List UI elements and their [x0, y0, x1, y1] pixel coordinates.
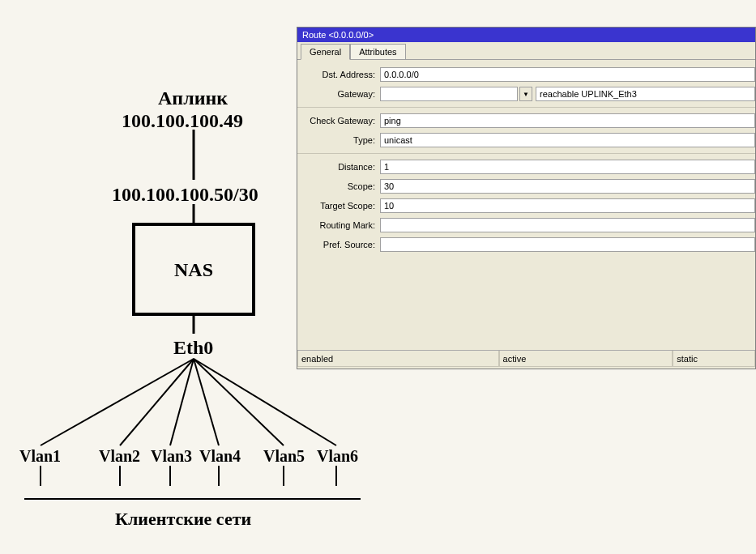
status-enabled: enabled: [297, 351, 499, 367]
vlan-label: Vlan5: [263, 447, 305, 466]
status-static: static: [673, 351, 755, 367]
nas-label: NAS: [174, 259, 213, 281]
distance-label: Distance:: [297, 162, 380, 172]
dialog-title: Route <0.0.0.0/0>: [297, 28, 755, 42]
vlan-label: Vlan6: [317, 447, 358, 466]
pref-source-input[interactable]: [380, 237, 755, 252]
distance-input[interactable]: 1: [380, 160, 755, 174]
scope-input[interactable]: 30: [380, 179, 755, 194]
type-input[interactable]: unicast: [380, 133, 755, 147]
gateway-status: reachable UPLINK_Eth3: [536, 87, 755, 101]
svg-line-5: [170, 359, 194, 445]
nas-interface: Eth0: [173, 337, 213, 359]
vlan-label: Vlan4: [199, 447, 241, 466]
nas-ip: 100.100.100.50/30: [112, 184, 258, 206]
gateway-input[interactable]: [380, 87, 518, 101]
routing-mark-input[interactable]: [380, 218, 755, 232]
vlan-label: Vlan2: [99, 447, 140, 466]
target-scope-label: Target Scope:: [297, 201, 380, 211]
tab-attributes[interactable]: Attributes: [350, 44, 405, 59]
svg-line-7: [194, 359, 284, 445]
status-active: active: [499, 351, 673, 367]
status-bar: enabled active static: [297, 350, 755, 369]
tab-bar: General Attributes: [297, 42, 755, 59]
svg-line-4: [120, 359, 194, 445]
tab-general[interactable]: General: [301, 44, 350, 60]
chevron-down-icon: ▼: [523, 91, 529, 98]
gateway-dropdown-button[interactable]: ▼: [519, 87, 532, 101]
vlan-label: Vlan1: [19, 447, 61, 466]
scope-label: Scope:: [297, 181, 380, 191]
dst-address-input[interactable]: 0.0.0.0/0: [380, 67, 755, 82]
svg-line-8: [194, 359, 336, 445]
dst-address-label: Dst. Address:: [297, 70, 380, 79]
clients-label: Клиентские сети: [115, 509, 251, 530]
routing-mark-label: Routing Mark:: [297, 220, 380, 230]
vlan-label: Vlan3: [151, 447, 192, 466]
gateway-label: Gateway:: [297, 89, 380, 99]
type-label: Type:: [297, 135, 380, 145]
target-scope-input[interactable]: 10: [380, 198, 755, 213]
uplink-ip: 100.100.100.49: [122, 110, 243, 132]
check-gateway-label: Check Gateway:: [297, 116, 380, 126]
svg-line-3: [41, 359, 194, 445]
svg-line-6: [194, 359, 219, 445]
uplink-label: Аплинк: [158, 87, 228, 109]
pref-source-label: Pref. Source:: [297, 240, 380, 249]
check-gateway-input[interactable]: ping: [380, 113, 755, 128]
route-dialog: Route <0.0.0.0/0> General Attributes Dst…: [297, 27, 756, 369]
